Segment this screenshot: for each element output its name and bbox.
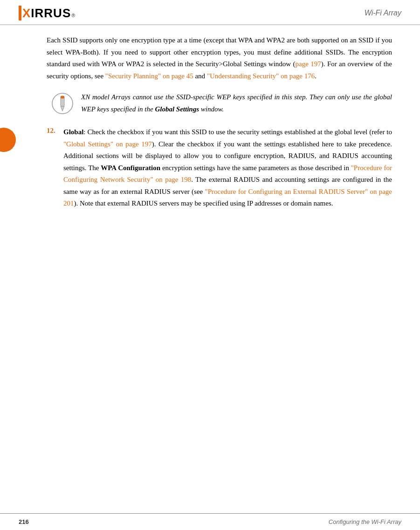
item12-text2: encryption settings have the same parame… bbox=[160, 164, 351, 172]
page-header: XIRRUS® Wi-Fi Array bbox=[0, 0, 420, 25]
item12-link1[interactable]: "Global Settings" on page 197 bbox=[63, 140, 152, 148]
note-text-end: window. bbox=[199, 105, 224, 113]
intro-text-end: . bbox=[315, 72, 317, 80]
numbered-item-12: 12. Global: Check the checkbox if you wa… bbox=[47, 126, 392, 210]
note-bold-text: Global Settings bbox=[155, 105, 199, 113]
logo-x: X bbox=[22, 6, 31, 21]
note-icon bbox=[51, 92, 74, 115]
footer-chapter: Configuring the Wi-Fi Array bbox=[329, 518, 401, 525]
link-security-planning[interactable]: "Security Planning" on page 45 bbox=[105, 72, 193, 80]
svg-rect-3 bbox=[61, 96, 64, 98]
logo-wordmark: XIRRUS® bbox=[22, 6, 76, 21]
logo-rest: IRRUS bbox=[31, 6, 71, 21]
link-understanding-security[interactable]: "Understanding Security" on page 176 bbox=[207, 72, 315, 80]
footer-page-number: 216 bbox=[19, 518, 29, 525]
item12-text4: ). Note that external RADIUS servers may… bbox=[74, 200, 333, 207]
intro-text-mid2: and bbox=[193, 72, 207, 80]
logo: XIRRUS® bbox=[19, 6, 76, 21]
page-container: XIRRUS® Wi-Fi Array Each SSID supports o… bbox=[0, 0, 420, 530]
logo-registered: ® bbox=[71, 13, 76, 18]
svg-marker-2 bbox=[61, 106, 64, 111]
intro-paragraph: Each SSID supports only one encryption t… bbox=[47, 34, 392, 82]
item12-text-after-label: : Check the checkbox if you want this SS… bbox=[83, 128, 392, 136]
note-text-start: XN model Arrays cannot use the SSID-spec… bbox=[81, 93, 392, 113]
note-box: XN model Arrays cannot use the SSID-spec… bbox=[47, 91, 392, 115]
note-text: XN model Arrays cannot use the SSID-spec… bbox=[81, 91, 392, 115]
main-content: Each SSID supports only one encryption t… bbox=[0, 25, 420, 513]
header-title: Wi-Fi Array bbox=[365, 9, 401, 17]
item12-label: Global bbox=[63, 128, 83, 136]
item12-bold1: WPA Configuration bbox=[101, 164, 160, 172]
logo-orange-bar bbox=[19, 6, 21, 21]
item-number-12: 12. bbox=[47, 126, 63, 135]
orange-circle-decoration bbox=[0, 128, 16, 152]
page-footer: 216 Configuring the Wi-Fi Array bbox=[0, 513, 420, 530]
link-page197[interactable]: page 197 bbox=[296, 60, 321, 68]
item-content-12: Global: Check the checkbox if you want t… bbox=[63, 126, 392, 210]
